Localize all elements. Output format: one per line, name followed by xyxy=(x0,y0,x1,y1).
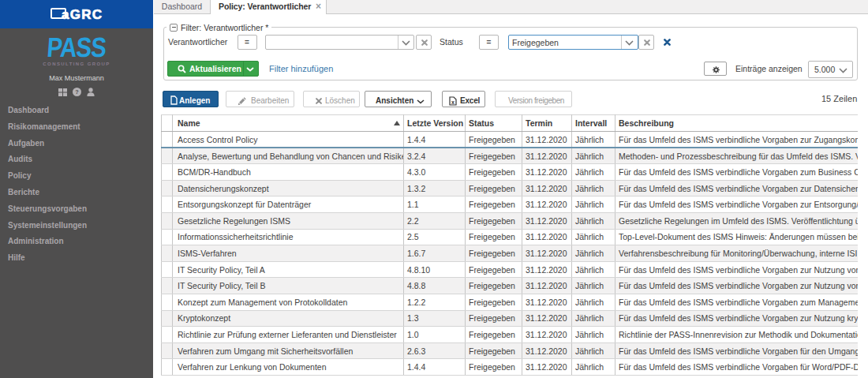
svg-text:x: x xyxy=(451,99,455,104)
svg-text:?: ? xyxy=(75,88,78,95)
